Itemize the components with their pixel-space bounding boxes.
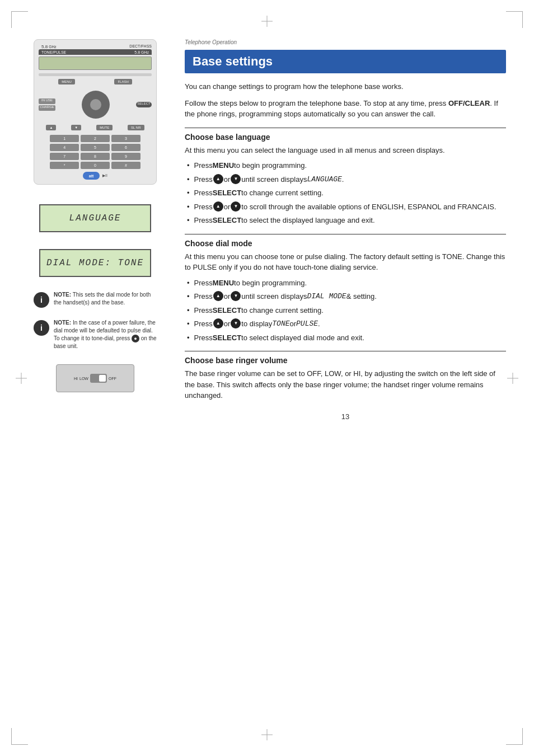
vol-dn-btn: ▼ [71,125,81,130]
note-icon-1: i [34,292,49,308]
nav-circle [82,91,110,119]
corner-mark-tl [11,11,28,28]
off-clear-bold: OFF/CLEAR [448,99,490,107]
key-3: 3 [111,135,140,142]
menu-btn: MENU [58,79,75,84]
mute-btn: MUTE [96,125,113,130]
page-title: Base settings [185,50,506,73]
select-bold-4: SELECT [213,332,241,344]
down-btn-icon-4 [231,318,241,328]
list-item: Press SELECT to select the displayed lan… [185,215,506,226]
phone-screen [39,57,152,70]
select-bold-3: SELECT [213,305,241,316]
redial-btn: SL NR [128,125,144,130]
phone-image: 5.8 GHz DECT/FHSS TONE/PULSE 5.8 GHz MEN… [34,39,157,185]
up-btn-icon-3 [213,291,223,301]
key-star: * [50,162,79,169]
crosshair-right [507,373,518,384]
freq-label: 5.8 GHz [134,50,149,54]
section-title-language: Choose base language [185,133,506,142]
note-1: i NOTE: This sets the dial mode for both… [34,291,157,308]
list-item: Press SELECT to select displayed dial mo… [185,332,506,344]
crosshair-left [16,373,27,384]
list-item: Press or to display TONE or PULSE. [185,318,506,330]
up-btn-icon-4 [213,318,223,328]
bullet-list-dial-mode: Press MENU to begin programming. Press o… [185,278,506,344]
crosshair-top [261,16,273,27]
note2-bold: NOTE: [54,320,71,326]
right-column: Telephone Operation Base settings You ca… [174,22,534,734]
list-item: Press MENU to begin programming. [185,278,506,289]
phone-button-row-1: MENU FLASH [39,79,152,84]
ringer-switch-image: HI LOW OFF [56,364,134,392]
vol-up-btn: ▲ [46,125,56,130]
divider-2 [185,234,506,234]
up-btn-icon-2 [213,201,223,212]
flash-btn: FLASH [114,79,132,84]
pulse-mono: PULSE [296,318,318,330]
tone-mono: TONE [272,318,289,330]
section-title-dial-mode: Choose dial mode [185,239,506,248]
note-icon-2: i [34,320,49,336]
dial-mode-mono: DIAL MODE [307,291,346,302]
list-item: Press or until screen displays DIAL MODE… [185,291,506,302]
key-1: 1 [50,135,79,142]
dial-mode-lcd: DIAL MODE: TONE [39,249,151,277]
section-title-ringer: Choose base ringer volume [185,356,506,365]
up-btn-icon [213,174,223,184]
key-8: 8 [81,153,110,160]
key-7: 7 [50,153,79,160]
nav-inner [90,99,101,110]
page-number: 13 [185,412,506,421]
ringer-label-off: OFF [109,377,116,381]
key-hash: # [111,162,140,169]
list-item: Press SELECT to change current setting. [185,187,506,199]
key-4: 4 [50,144,79,151]
language-lcd: LANGUAGE [39,204,151,232]
key-6: 6 [111,144,140,151]
crosshair-bottom [261,729,273,740]
phone-bottom-row: att ▶II [83,172,107,180]
corner-mark-bl [11,728,28,745]
ringer-switch-inner: HI LOW OFF [74,374,116,383]
key-2: 2 [81,135,110,142]
ghz-label: 5.8 GHz DECT/FHSS [39,44,152,49]
ringer-toggle-knob [99,375,106,382]
down-btn-icon-2 [231,201,241,212]
key-5: 5 [81,144,110,151]
phone-button-row-2: ▲ ▼ MUTE SL NR [39,125,152,130]
section-header-label: Telephone Operation [185,39,506,45]
ringer-label-low: LOW [79,377,88,381]
key-9: 9 [111,153,140,160]
intro-text-2: Follow the steps below to program the te… [185,98,506,120]
phone-keypad: 1 2 3 4 5 6 7 8 9 * 0 # [50,135,140,169]
list-item: Press or to scroll through the available… [185,201,506,213]
phone-top-bar: TONE/PULSE 5.8 GHz [39,49,152,55]
corner-mark-br [506,728,523,745]
note1-bold: NOTE: [54,292,71,298]
menu-bold: MENU [213,160,234,171]
down-btn-icon-3 [231,291,241,301]
section-desc-dial-mode: At this menu you can choose tone or puls… [185,251,506,273]
indicator-row [39,73,152,76]
corner-mark-tr [506,11,523,28]
key-0: 0 [81,162,110,169]
section-desc-ringer: The base ringer volume can be set to OFF… [185,368,506,401]
select-bold-2: SELECT [213,215,241,226]
list-item: Press SELECT to change current setting. [185,305,506,316]
divider-3 [185,351,506,351]
intro-text-1: You can change settings to program how t… [185,81,506,92]
bullet-list-language: Press MENU to begin programming. Press o… [185,160,506,226]
divider-1 [185,128,506,128]
ringer-label-hi: HI [74,377,78,381]
note-2: i NOTE: In the case of a power failure, … [34,319,157,350]
note-text-2: NOTE: In the case of a power failure, th… [54,319,157,350]
tone-pulse-label: TONE/PULSE [41,50,66,54]
language-mono: LANGUAGE [307,174,341,185]
down-btn-icon [231,174,241,184]
phone-mid-row: IN USE CHARGE SELECT [39,88,152,121]
menu-bold-3: MENU [213,278,234,289]
note-text-1: NOTE: This sets the dial mode for both t… [54,291,157,307]
ringer-toggle [90,374,107,383]
page: 5.8 GHz DECT/FHSS TONE/PULSE 5.8 GHz MEN… [0,0,534,756]
